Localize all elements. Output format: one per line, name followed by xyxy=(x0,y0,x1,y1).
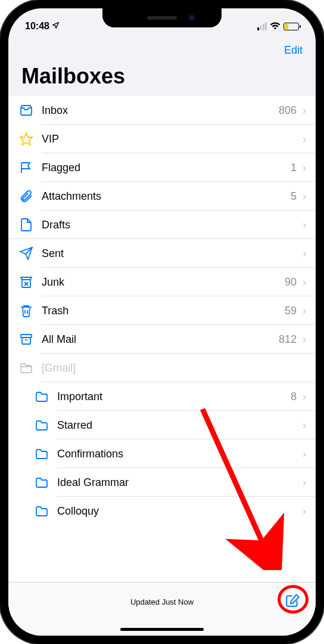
mailbox-row-inbox[interactable]: Inbox806› xyxy=(8,96,316,125)
chevron-right-icon: › xyxy=(303,391,306,403)
chevron-right-icon: › xyxy=(303,333,306,346)
mailbox-row-all-mail[interactable]: All Mail812› xyxy=(8,325,316,354)
mailbox-count: 59 xyxy=(285,305,297,317)
mailbox-label: Junk xyxy=(42,276,285,289)
mailbox-row-trash[interactable]: Trash59› xyxy=(8,296,316,325)
chevron-right-icon: › xyxy=(303,247,306,260)
mailbox-count: 8 xyxy=(291,391,297,403)
mailbox-row-ideal-grammar[interactable]: Ideal Grammar› xyxy=(8,468,316,497)
chevron-right-icon: › xyxy=(303,104,306,117)
mailbox-row-drafts[interactable]: Drafts› xyxy=(8,210,316,239)
mailbox-count: 806 xyxy=(279,104,297,117)
junk-icon xyxy=(19,275,42,289)
chevron-right-icon: › xyxy=(303,276,306,289)
page-title: Mailboxes xyxy=(8,61,316,96)
mailbox-row-junk[interactable]: Junk90› xyxy=(8,268,316,296)
chevron-right-icon: › xyxy=(303,219,306,231)
screen: 10:48 xyxy=(8,8,316,636)
chevron-right-icon: › xyxy=(303,162,306,174)
mailbox-count: 5 xyxy=(291,190,297,203)
folder-icon xyxy=(35,504,57,518)
mailbox-row-colloquy[interactable]: Colloquy› xyxy=(8,497,316,525)
mailbox-list[interactable]: Inbox806›VIP›Flagged1›Attachments5›Draft… xyxy=(8,96,316,582)
mailbox-row--gmail-: [Gmail] xyxy=(8,354,316,382)
mailbox-row-attachments[interactable]: Attachments5› xyxy=(8,182,316,210)
folder-gray-icon xyxy=(19,361,42,375)
trash-icon xyxy=(19,304,42,318)
mailbox-label: Starred xyxy=(57,419,303,432)
mailbox-label: Drafts xyxy=(42,219,303,231)
attachment-icon xyxy=(19,189,42,203)
mailbox-row-important[interactable]: Important8› xyxy=(8,382,316,411)
allmail-icon xyxy=(19,332,42,346)
draft-icon xyxy=(19,218,42,232)
mailbox-label: Inbox xyxy=(42,104,279,117)
chevron-right-icon: › xyxy=(303,419,306,432)
mailbox-count: 1 xyxy=(291,162,297,174)
compose-button[interactable] xyxy=(282,591,303,613)
chevron-right-icon: › xyxy=(303,448,306,460)
compose-icon xyxy=(285,593,300,609)
mailbox-count: 90 xyxy=(285,276,297,289)
chevron-right-icon: › xyxy=(303,505,306,518)
mailbox-label: Confirmations xyxy=(57,448,303,460)
mailbox-label: Sent xyxy=(42,247,303,260)
phone-frame: 10:48 xyxy=(0,0,324,644)
mailbox-label: Ideal Grammar xyxy=(57,476,303,489)
svg-marker-0 xyxy=(20,133,32,145)
signal-icon xyxy=(257,22,267,30)
notch xyxy=(102,8,222,27)
mailbox-label: Trash xyxy=(42,305,285,317)
mailbox-row-sent[interactable]: Sent› xyxy=(8,239,316,268)
folder-icon xyxy=(35,418,57,432)
mailbox-label: Colloquy xyxy=(57,505,303,518)
sync-status: Updated Just Now xyxy=(130,597,194,606)
folder-icon xyxy=(35,475,57,490)
wifi-icon xyxy=(270,21,281,32)
mailbox-label: Important xyxy=(57,391,291,403)
mailbox-label: All Mail xyxy=(42,333,279,346)
chevron-right-icon: › xyxy=(303,190,306,203)
mailbox-label: Flagged xyxy=(42,162,291,174)
location-icon xyxy=(52,21,60,31)
chevron-right-icon: › xyxy=(303,305,306,317)
mailbox-row-vip[interactable]: VIP› xyxy=(8,125,316,153)
mailbox-row-confirmations[interactable]: Confirmations› xyxy=(8,439,316,468)
sent-icon xyxy=(19,246,42,261)
chevron-right-icon: › xyxy=(303,133,306,145)
home-indicator[interactable] xyxy=(120,628,204,631)
edit-button[interactable]: Edit xyxy=(284,44,303,57)
mailbox-label: [Gmail] xyxy=(42,362,306,374)
status-time: 10:48 xyxy=(25,21,60,32)
mailbox-row-starred[interactable]: Starred› xyxy=(8,411,316,439)
star-icon xyxy=(19,132,42,146)
folder-icon xyxy=(35,389,57,404)
svg-rect-1 xyxy=(21,335,32,338)
mailbox-label: VIP xyxy=(42,133,303,145)
mailbox-row-flagged[interactable]: Flagged1› xyxy=(8,153,316,182)
chevron-right-icon: › xyxy=(303,476,306,489)
battery-icon xyxy=(284,23,299,30)
nav-bar: Edit xyxy=(8,38,316,61)
flag-icon xyxy=(19,160,42,175)
mailbox-count: 812 xyxy=(279,333,297,346)
inbox-icon xyxy=(19,103,42,117)
status-indicators xyxy=(257,21,300,32)
mailbox-label: Attachments xyxy=(42,190,291,203)
folder-icon xyxy=(35,447,57,461)
